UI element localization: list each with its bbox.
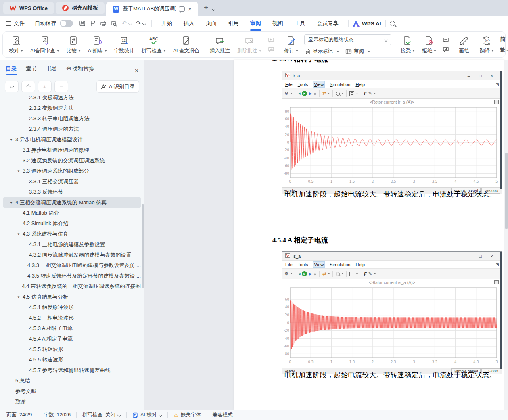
toc-item[interactable]: ▼4.5 仿真结果与分析	[3, 292, 141, 302]
ai-proofread-indicator[interactable]: AI 校对	[132, 412, 162, 418]
menu-tab-插入[interactable]: 插入	[183, 17, 195, 29]
menu-tab-工具[interactable]: 工具	[294, 17, 306, 29]
expand-triangle-icon[interactable]: ▼	[10, 201, 15, 205]
proofread-button[interactable]: 校对	[5, 35, 27, 54]
show-markup-button[interactable]: 显示标记	[304, 48, 339, 55]
toc-item[interactable]: 2.3.1 变极调速方法	[3, 95, 141, 103]
file-menu[interactable]: 文件	[14, 20, 25, 27]
toc-item[interactable]: 3.1 异步电机调压调速的原理	[3, 145, 141, 155]
sidebar-scrollbar[interactable]	[142, 204, 144, 288]
ai-read-aloud-button[interactable]: AI朗读	[84, 35, 111, 54]
toc-item[interactable]: 4.2 Simulink 库介绍	[3, 218, 141, 229]
print-icon[interactable]	[98, 19, 109, 28]
word-count-indicator[interactable]: 字数: 12026	[44, 412, 71, 418]
toc-item[interactable]: ▼3.3 调压调速系统的组成部分	[3, 166, 141, 176]
close-tab-icon[interactable]: ×	[188, 6, 192, 13]
toc-item[interactable]: 4.4 带转速负反馈的三相交流调压调速系统的连接图	[3, 281, 141, 292]
caption-paragraph[interactable]: 电机加速阶段，起始电流较大。带转速稳定后，电流处于稳定状态。	[284, 370, 496, 380]
missing-font-warning[interactable]: ⚠ 缺失字体	[174, 412, 201, 418]
toc-item[interactable]: 4.3.5 转速反馈环节及给定环节的建模及参数设 ...	[3, 271, 141, 281]
wps-ai-button[interactable]: WPS AI	[353, 21, 381, 27]
menu-tab-引用[interactable]: 引用	[227, 17, 240, 29]
document-scrollbar-thumb[interactable]	[505, 153, 508, 229]
expand-all-button[interactable]	[21, 81, 35, 92]
document-page[interactable]: 4.5.3 A 相转子电流 ir_a–□×FileToolsViewSimula…	[234, 60, 504, 410]
review-pane-button[interactable]: 审阅	[345, 48, 370, 55]
spell-check-button[interactable]: ABC 拼写检查	[138, 35, 169, 54]
scope-window-is-a[interactable]: is_a–□×FileToolsViewSimulationHelp◥⚙◂▶▶●…	[282, 251, 502, 370]
tab-list-chevron-icon[interactable]	[212, 7, 216, 11]
document-scrollbar[interactable]	[504, 60, 508, 410]
accept-revision-button[interactable]: 接受	[397, 35, 418, 54]
toc-item[interactable]: 2.3.3 转子串电阻调速方法	[3, 113, 141, 124]
toc-item[interactable]: ▼4.3 系统建模与仿真	[3, 229, 141, 239]
insert-comment-button[interactable]: 插入批注	[206, 35, 234, 54]
sidebar-tab-bookmarks[interactable]: 书签	[46, 65, 57, 76]
sidebar-tab-sections[interactable]: 章节	[26, 65, 37, 76]
simplified-to-traditional-button[interactable]: 简→ 转繁	[500, 36, 508, 43]
next-revision-icon[interactable]	[441, 46, 450, 53]
translate-button[interactable]: 文A 翻译	[476, 35, 498, 54]
expand-triangle-icon[interactable]: ▼	[17, 232, 23, 236]
markup-state-dropdown[interactable]: 显示标记的最终状态	[304, 34, 391, 45]
ai-contract-review-button[interactable]: AI合同审查	[27, 35, 63, 54]
sidebar-close-icon[interactable]: ×	[135, 67, 138, 75]
toc-item[interactable]: 4.1 Matlab 简介	[3, 208, 141, 218]
zoom-in-toc-button[interactable]: +	[38, 81, 52, 92]
compare-button[interactable]: 比较	[63, 35, 84, 54]
reject-revision-button[interactable]: 拒绝	[418, 35, 440, 54]
zoom-out-toc-button[interactable]: −	[54, 81, 68, 92]
ai-polish-button[interactable]: AI 全文润色	[169, 35, 203, 54]
new-tab-button[interactable]: +	[204, 3, 208, 12]
track-changes-button[interactable]: 修订	[280, 35, 302, 54]
ai-recognize-toc-button[interactable]: AI识别目录	[96, 80, 139, 93]
menu-tab-视图[interactable]: 视图	[272, 17, 284, 29]
toc-item[interactable]: 4.5.5 转矩波形	[3, 344, 141, 355]
save-icon[interactable]	[77, 19, 88, 28]
search-icon[interactable]	[390, 21, 395, 26]
tab-wps-home[interactable]: WPS Office	[3, 2, 54, 14]
toc-item[interactable]: 4.5.7 参考转速和输出转速偏差曲线	[3, 365, 141, 376]
spellcheck-indicator[interactable]: 拼写检查: 关闭	[82, 412, 121, 418]
menu-tab-页面[interactable]: 页面	[205, 17, 217, 29]
toc-item[interactable]: 4.3.1 三相电源的建模及参数设置	[3, 239, 141, 250]
toc-item[interactable]: 致谢	[3, 397, 141, 407]
toc-item[interactable]: ▼3 异步电机调压调速模型设计	[3, 134, 141, 145]
toc-item[interactable]: 2.3.2 变频调速方法	[3, 103, 141, 113]
ink-brush-button[interactable]: 画笔	[455, 35, 473, 54]
menu-tab-审阅[interactable]: 审阅	[249, 17, 262, 29]
comment-bubble-icon[interactable]	[179, 6, 185, 12]
toc-item[interactable]: 4.5.1 触发脉冲波形	[3, 302, 141, 313]
page-indicator[interactable]: 页面: 24/29	[6, 412, 32, 418]
word-count-button[interactable]: 12 字数统计	[111, 35, 138, 54]
traditional-to-simplified-button[interactable]: 繁→ 转简	[500, 46, 508, 54]
sidebar-tab-find-replace[interactable]: 查找和替换	[66, 65, 94, 76]
toc-item[interactable]: 4.5.5 转速波形	[3, 355, 141, 365]
toc-item[interactable]: ▼4 三相交流调压调速系统的 Matlab 仿真	[3, 197, 141, 208]
toc-item[interactable]: 2.3.4 调压调速的方法	[3, 124, 141, 134]
toc-item[interactable]: 4.3.2 同步流脉冲触发器的建模与参数的设置	[3, 250, 141, 260]
sidebar-tab-contents[interactable]: 目录	[6, 65, 17, 76]
collapse-all-button[interactable]	[5, 81, 19, 92]
toc-item[interactable]: 3.2 速度负反馈的交流调压调速系统	[3, 155, 141, 166]
export-pdf-icon[interactable]	[88, 19, 98, 28]
tab-docer-templates[interactable]: 稻壳AI模板	[56, 2, 105, 14]
previous-revision-icon[interactable]	[441, 36, 450, 44]
toc-item[interactable]: 5 总结	[3, 376, 141, 386]
expand-triangle-icon[interactable]: ▼	[10, 138, 15, 142]
menu-tab-开始[interactable]: 开始	[161, 17, 173, 29]
toc-item[interactable]: 3.3.3 反馈环节	[3, 187, 141, 197]
toc-item[interactable]: 4.5.4 A 相定子电流	[3, 334, 141, 344]
menu-tab-会员专享[interactable]: 会员专享	[316, 17, 339, 29]
hamburger-icon[interactable]	[6, 21, 11, 26]
scope-window-ir-a[interactable]: ir_a–□×FileToolsViewSimulationHelp◥⚙◂▶▶●…	[282, 71, 502, 189]
autosave-toggle[interactable]	[60, 20, 73, 27]
toc-item[interactable]: 4.5.2 三相电流波形	[3, 313, 141, 323]
expand-triangle-icon[interactable]: ▼	[17, 295, 23, 299]
toc-item[interactable]: 3.3.1 三相交流调压器	[3, 176, 141, 187]
toc-item[interactable]: 4.5.3 A 相转子电流	[3, 323, 141, 334]
print-preview-icon[interactable]	[109, 19, 119, 28]
toc-item[interactable]: 参考文献	[3, 386, 141, 397]
heading-454[interactable]: 4.5.4 A 相定子电流	[272, 236, 328, 245]
expand-triangle-icon[interactable]: ▼	[17, 169, 23, 173]
